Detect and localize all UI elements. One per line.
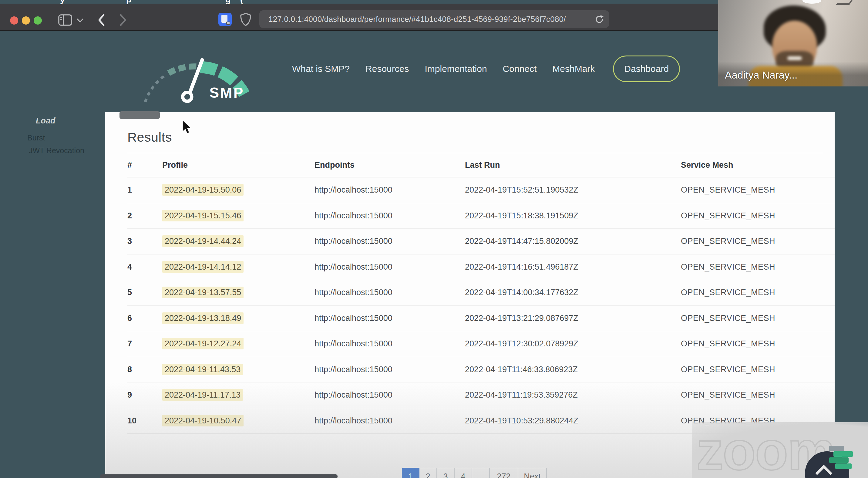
page-next-button[interactable]: Next (518, 468, 547, 478)
page-1-button[interactable]: 1 (402, 468, 420, 478)
mesh-cell: OPEN_SERVICE_MESH (681, 288, 835, 297)
sidebar-toggle-icon[interactable] (58, 14, 72, 26)
profile-cell[interactable]: 2022-04-19-13.18.49 (162, 312, 244, 324)
page-4-button[interactable]: 4 (455, 468, 472, 478)
lastrun-cell: 2022-04-19T11:46:33.806923Z (465, 365, 681, 374)
endpoint-cell: http://localhost:15000 (314, 339, 465, 349)
profile-cell[interactable]: 2022-04-19-13.57.55 (162, 287, 244, 298)
back-icon[interactable] (97, 14, 105, 26)
page-3-button[interactable]: 3 (437, 468, 455, 478)
profile-cell[interactable]: 2022-04-19-14.44.24 (162, 235, 244, 247)
col-header-endpoints: Endpoints (314, 160, 465, 170)
lastrun-cell: 2022-04-19T14:47:15.802009Z (465, 236, 681, 246)
camera-overlay-shape (803, 0, 821, 4)
webcam-video: Aaditya Naray... (718, 0, 868, 87)
row-num: 10 (127, 416, 162, 425)
title-fragment: ( (240, 0, 243, 5)
nav-dashboard[interactable]: Dashboard (613, 56, 680, 82)
profile-cell[interactable]: 2022-04-19-12.27.24 (162, 338, 244, 349)
title-fragment: y (60, 0, 65, 5)
profile-cell[interactable]: 2022-04-19-10.50.47 (162, 415, 244, 426)
horizontal-scrollbar-thumb[interactable] (100, 474, 338, 478)
sidebar-item-jwt-revocation[interactable]: JWT Revocation (29, 146, 84, 155)
url-bar[interactable]: 127.0.0.1:4000/dashboard/performance/#41… (259, 10, 609, 28)
title-fragment: p (126, 0, 131, 5)
logo-text: SMP (209, 85, 244, 101)
lastrun-cell: 2022-04-19T13:21:29.087697Z (465, 314, 681, 323)
lastrun-cell: 2022-04-19T11:19:53.359276Z (465, 390, 681, 400)
shield-icon[interactable] (240, 12, 252, 26)
mesh-cell: OPEN_SERVICE_MESH (681, 236, 835, 246)
table-row[interactable]: 8 2022-04-19-11.43.53 http://localhost:1… (127, 357, 835, 383)
zoom-window-button[interactable] (34, 17, 42, 25)
pagination: 1 2 3 4 … 272 Next (402, 468, 547, 478)
mesh-cell: OPEN_SERVICE_MESH (681, 185, 835, 195)
minimize-window-button[interactable] (22, 17, 30, 25)
endpoint-cell: http://localhost:15000 (314, 365, 465, 374)
nav-what-is-smp[interactable]: What is SMP? (292, 64, 350, 74)
zoom-video-frame: y p g ( 127.0.0.1:4000/dashboard/pe (0, 0, 868, 478)
sidebar-item-load[interactable]: Load (36, 116, 56, 126)
lastrun-cell: 2022-04-19T12:30:02.078929Z (465, 339, 681, 349)
page-272-button[interactable]: 272 (490, 468, 518, 478)
mesh-cell: OPEN_SERVICE_MESH (681, 339, 835, 349)
page-2-button[interactable]: 2 (420, 468, 437, 478)
mesh-cell: OPEN_SERVICE_MESH (681, 262, 835, 272)
endpoint-cell: http://localhost:15000 (314, 416, 465, 425)
row-num: 8 (127, 365, 162, 374)
table-row[interactable]: 7 2022-04-19-12.27.24 http://localhost:1… (127, 331, 835, 357)
row-num: 6 (127, 314, 162, 323)
row-num: 1 (127, 185, 162, 195)
lastrun-cell: 2022-04-19T15:52:51.190532Z (465, 185, 681, 195)
sidebar-item-burst[interactable]: Burst (27, 133, 45, 142)
row-num: 7 (127, 339, 162, 349)
chevron-up-icon (815, 465, 833, 478)
layer5-icon (829, 446, 844, 451)
lastrun-cell: 2022-04-19T14:00:34.177632Z (465, 288, 681, 297)
layer5-icon (833, 451, 853, 457)
profile-cell[interactable]: 2022-04-19-15.50.06 (162, 184, 244, 196)
profile-cell[interactable]: 2022-04-19-14.14.12 (162, 261, 244, 273)
page-ellipsis[interactable]: … (472, 468, 490, 478)
nav-meshmark[interactable]: MeshMark (552, 64, 595, 74)
title-fragment: g (225, 0, 230, 5)
lastrun-cell: 2022-04-19T10:53:29.880244Z (465, 416, 681, 425)
mouse-cursor (181, 120, 193, 135)
forward-icon[interactable] (119, 14, 127, 26)
row-num: 2 (127, 211, 162, 221)
endpoint-cell: http://localhost:15000 (314, 288, 465, 297)
row-num: 3 (127, 236, 162, 246)
table-row[interactable]: 2 2022-04-19-15.15.46 http://localhost:1… (127, 203, 835, 229)
mesh-cell: OPEN_SERVICE_MESH (681, 211, 835, 221)
reload-icon[interactable] (594, 14, 604, 24)
table-row[interactable]: 6 2022-04-19-13.18.49 http://localhost:1… (127, 306, 835, 331)
col-header-num: # (127, 160, 162, 170)
table-row[interactable]: 1 2022-04-19-15.50.06 http://localhost:1… (127, 178, 835, 203)
row-num: 9 (127, 390, 162, 400)
profile-cell[interactable]: 2022-04-19-15.15.46 (162, 210, 244, 221)
col-header-mesh: Service Mesh (681, 160, 835, 170)
watermark-zone: zoom (692, 422, 868, 478)
table-row[interactable]: 9 2022-04-19-11.17.13 http://localhost:1… (127, 382, 835, 408)
camera-overlay-mark (836, 0, 854, 5)
chevron-down-icon[interactable] (76, 18, 84, 23)
col-header-lastrun: Last Run (465, 160, 681, 170)
profile-cell[interactable]: 2022-04-19-11.43.53 (162, 364, 243, 375)
table-row[interactable]: 3 2022-04-19-14.44.24 http://localhost:1… (127, 229, 835, 254)
mesh-cell: OPEN_SERVICE_MESH (681, 390, 835, 400)
close-window-button[interactable] (10, 17, 18, 25)
card-top-tab[interactable] (120, 111, 160, 119)
table-row[interactable]: 4 2022-04-19-14.14.12 http://localhost:1… (127, 254, 835, 280)
profile-cell[interactable]: 2022-04-19-11.17.13 (162, 389, 243, 401)
table-row[interactable]: 5 2022-04-19-13.57.55 http://localhost:1… (127, 280, 835, 306)
table-header-row: # Profile Endpoints Last Run Service Mes… (127, 153, 835, 178)
main-nav: What is SMP? Resources Implementation Co… (292, 56, 680, 82)
nav-connect[interactable]: Connect (503, 64, 537, 74)
nav-implementation[interactable]: Implementation (425, 64, 487, 74)
url-text: 127.0.0.1:4000/dashboard/performance/#41… (269, 14, 566, 24)
participant-smile (787, 56, 802, 60)
row-num: 4 (127, 262, 162, 272)
endpoint-cell: http://localhost:15000 (314, 211, 465, 221)
extension-icon[interactable] (218, 13, 232, 26)
nav-resources[interactable]: Resources (366, 64, 409, 74)
